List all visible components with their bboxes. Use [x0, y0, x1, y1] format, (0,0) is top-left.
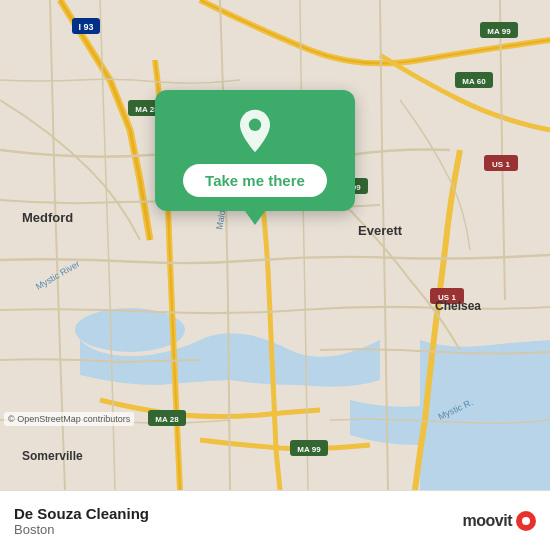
svg-text:MA 99: MA 99: [297, 445, 321, 454]
place-city: Boston: [14, 522, 463, 537]
place-info: De Souza Cleaning Boston: [14, 505, 463, 537]
svg-text:MA 60: MA 60: [462, 77, 486, 86]
svg-text:Everett: Everett: [358, 223, 403, 238]
bottom-bar: De Souza Cleaning Boston moovit: [0, 490, 550, 550]
svg-text:MA 99: MA 99: [487, 27, 511, 36]
svg-point-1: [75, 308, 185, 352]
map-attribution: © OpenStreetMap contributors: [4, 412, 134, 426]
moovit-text-label: moovit: [463, 512, 512, 530]
map-container: I 93 MA 99 MA 60 MA 28 MA 99 US 1 US 1 M…: [0, 0, 550, 490]
take-me-there-button[interactable]: Take me there: [183, 164, 327, 197]
svg-text:MA 28: MA 28: [155, 415, 179, 424]
svg-text:Chelsea: Chelsea: [435, 299, 481, 313]
moovit-logo: moovit: [463, 511, 536, 531]
svg-text:US 1: US 1: [492, 160, 510, 169]
location-pin-icon: [232, 108, 278, 154]
svg-text:I 93: I 93: [78, 22, 93, 32]
moovit-dot-inner: [522, 517, 530, 525]
svg-text:Somerville: Somerville: [22, 449, 83, 463]
popup-card: Take me there: [155, 90, 355, 211]
place-name: De Souza Cleaning: [14, 505, 463, 522]
svg-point-27: [249, 119, 261, 131]
moovit-dot-icon: [516, 511, 536, 531]
svg-text:Medford: Medford: [22, 210, 73, 225]
